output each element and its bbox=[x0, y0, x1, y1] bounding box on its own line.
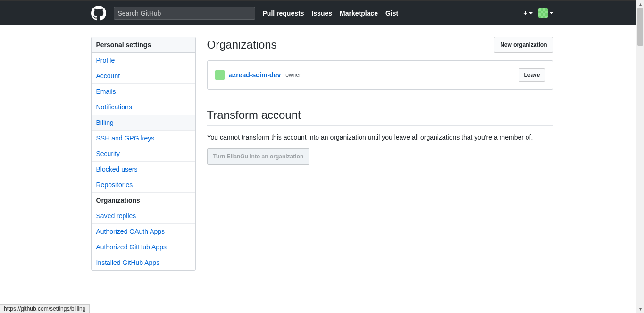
search-input[interactable] bbox=[118, 9, 251, 17]
sidebar-heading: Personal settings bbox=[92, 37, 195, 53]
sidebar-item-profile[interactable]: Profile bbox=[92, 53, 195, 68]
scroll-thumb[interactable] bbox=[637, 8, 643, 46]
settings-sidebar: Personal settings Profile Account Emails… bbox=[91, 37, 196, 271]
transform-account-button: Turn EllanGu into an organization bbox=[207, 148, 310, 165]
nav-issues[interactable]: Issues bbox=[311, 9, 332, 17]
new-organization-button[interactable]: New organization bbox=[494, 37, 553, 53]
org-name-link[interactable]: azread-scim-dev bbox=[229, 71, 281, 79]
main-content: Organizations New organization azread-sc… bbox=[207, 37, 553, 271]
org-row: azread-scim-dev owner Leave bbox=[207, 60, 553, 90]
sidebar-item-saved-replies[interactable]: Saved replies bbox=[92, 208, 195, 224]
sidebar-item-emails[interactable]: Emails bbox=[92, 84, 195, 99]
page-title: Organizations bbox=[207, 38, 494, 51]
github-logo-icon[interactable] bbox=[91, 6, 106, 21]
sidebar-item-repositories[interactable]: Repositories bbox=[92, 177, 195, 193]
org-role-label: owner bbox=[285, 72, 301, 78]
nav-pull-requests[interactable]: Pull requests bbox=[263, 9, 304, 17]
top-header: Pull requests Issues Marketplace Gist + bbox=[0, 1, 644, 25]
transform-description: You cannot transform this account into a… bbox=[207, 133, 553, 141]
org-avatar-icon bbox=[215, 70, 225, 80]
sidebar-item-organizations[interactable]: Organizations bbox=[92, 193, 195, 208]
sidebar-item-account[interactable]: Account bbox=[92, 68, 195, 84]
caret-down-icon bbox=[529, 12, 533, 14]
create-new-menu[interactable]: + bbox=[523, 9, 532, 17]
caret-down-icon bbox=[550, 12, 553, 14]
sidebar-item-ssh-gpg[interactable]: SSH and GPG keys bbox=[92, 131, 195, 146]
nav-gist[interactable]: Gist bbox=[385, 9, 398, 17]
avatar bbox=[538, 8, 548, 18]
sidebar-item-authorized-oauth[interactable]: Authorized OAuth Apps bbox=[92, 224, 195, 239]
leave-org-button[interactable]: Leave bbox=[519, 68, 545, 82]
sidebar-item-notifications[interactable]: Notifications bbox=[92, 99, 195, 115]
user-menu[interactable] bbox=[538, 8, 553, 18]
scroll-up-icon[interactable]: ▴ bbox=[636, 0, 644, 8]
sidebar-item-blocked-users[interactable]: Blocked users bbox=[92, 162, 195, 177]
nav-marketplace[interactable]: Marketplace bbox=[340, 9, 378, 17]
nav-links: Pull requests Issues Marketplace Gist bbox=[263, 9, 399, 17]
search-wrap[interactable] bbox=[114, 7, 255, 20]
sidebar-item-authorized-github-apps[interactable]: Authorized GitHub Apps bbox=[92, 239, 195, 255]
browser-status-bar: https://github.com/settings/billing bbox=[0, 304, 90, 313]
plus-icon: + bbox=[523, 9, 527, 17]
sidebar-item-security[interactable]: Security bbox=[92, 146, 195, 162]
sidebar-item-installed-github-apps[interactable]: Installed GitHub Apps bbox=[92, 255, 195, 270]
scroll-down-icon[interactable]: ▾ bbox=[636, 305, 644, 313]
vertical-scrollbar[interactable]: ▴ ▾ bbox=[636, 0, 644, 313]
transform-title: Transform account bbox=[207, 108, 553, 126]
sidebar-item-billing[interactable]: Billing bbox=[92, 115, 195, 131]
